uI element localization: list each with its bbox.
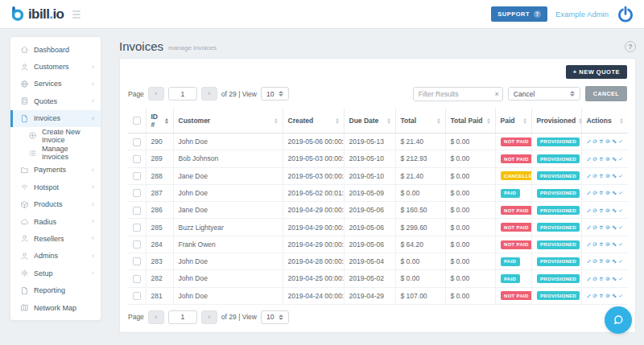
row-checkbox[interactable]	[133, 292, 141, 300]
sidebar-item-quotes[interactable]: Quotes‹	[10, 92, 101, 109]
delete-icon[interactable]	[599, 172, 604, 180]
void-icon[interactable]	[592, 224, 597, 232]
row-checkbox[interactable]	[133, 240, 141, 248]
page-size-select[interactable]: 10	[261, 87, 289, 101]
edit-icon[interactable]	[587, 224, 592, 232]
page-number-input[interactable]	[168, 310, 197, 324]
column-header-total[interactable]: Total	[395, 109, 445, 133]
sidebar-item-setup[interactable]: Setup‹	[10, 265, 101, 281]
void-icon[interactable]	[592, 240, 597, 248]
download-icon[interactable]	[605, 257, 610, 265]
sidebar-item-network-map[interactable]: Network Map	[10, 299, 101, 316]
edit-icon[interactable]	[587, 138, 592, 146]
approve-icon[interactable]	[618, 155, 623, 163]
download-icon[interactable]	[605, 275, 610, 283]
page-size-select[interactable]: 10	[261, 310, 289, 324]
delete-icon[interactable]	[599, 207, 604, 215]
new-quote-button[interactable]: + NEW QUOTE	[566, 65, 627, 79]
approve-icon[interactable]	[618, 138, 623, 146]
delete-icon[interactable]	[599, 155, 604, 163]
delete-icon[interactable]	[599, 189, 604, 197]
row-checkbox[interactable]	[133, 207, 141, 215]
download-icon[interactable]	[605, 189, 610, 197]
edit-icon[interactable]	[587, 240, 592, 248]
settings-icon[interactable]	[612, 292, 617, 300]
void-icon[interactable]	[592, 275, 597, 283]
row-checkbox[interactable]	[133, 172, 141, 180]
column-header-provisioned[interactable]: Provisioned	[531, 109, 581, 133]
next-page-button[interactable]: ›	[201, 310, 217, 324]
void-icon[interactable]	[592, 172, 597, 180]
sidebar-item-dashboard[interactable]: Dashboard	[10, 41, 101, 58]
column-header-created[interactable]: Created	[283, 109, 344, 133]
sidebar-item-payments[interactable]: Payments‹	[10, 162, 101, 179]
sidebar-item-invoices[interactable]: Invoices‹	[10, 110, 101, 127]
delete-icon[interactable]	[599, 224, 604, 232]
clear-filter-icon[interactable]: ×	[495, 90, 499, 97]
cancel-button[interactable]: CANCEL	[585, 86, 627, 101]
edit-icon[interactable]	[587, 292, 592, 300]
delete-icon[interactable]	[599, 275, 604, 283]
edit-icon[interactable]	[587, 275, 592, 283]
approve-icon[interactable]	[618, 240, 623, 248]
settings-icon[interactable]	[612, 257, 617, 265]
approve-icon[interactable]	[618, 189, 623, 197]
user-menu[interactable]: Example Admin	[555, 10, 609, 18]
void-icon[interactable]	[592, 155, 597, 163]
row-checkbox[interactable]	[133, 189, 141, 197]
column-header-id[interactable]: ID #	[146, 109, 173, 133]
delete-icon[interactable]	[599, 257, 604, 265]
settings-icon[interactable]	[612, 207, 617, 215]
sidebar-item-products[interactable]: Products‹	[10, 196, 101, 213]
edit-icon[interactable]	[587, 257, 592, 265]
void-icon[interactable]	[592, 292, 597, 300]
filter-type-select[interactable]: Cancel	[508, 87, 580, 101]
sidebar-item-reporting[interactable]: Reporting	[10, 281, 101, 298]
edit-icon[interactable]	[587, 172, 592, 180]
column-header-actions[interactable]: Actions	[581, 109, 628, 133]
row-checkbox[interactable]	[133, 275, 141, 283]
settings-icon[interactable]	[612, 138, 617, 146]
column-header-customer[interactable]: Customer	[173, 109, 283, 133]
prev-page-button[interactable]: ‹	[148, 310, 164, 324]
support-button[interactable]: SUPPORT ?	[491, 6, 547, 22]
approve-icon[interactable]	[618, 172, 623, 180]
edit-icon[interactable]	[587, 189, 592, 197]
download-icon[interactable]	[605, 240, 610, 248]
sidebar-item-admins[interactable]: Admins‹	[10, 248, 101, 265]
sidebar-item-create-new-invoice[interactable]: Create New Invoice	[10, 127, 101, 144]
help-icon[interactable]: ?	[625, 41, 636, 52]
row-checkbox[interactable]	[133, 257, 141, 265]
settings-icon[interactable]	[612, 189, 617, 197]
sidebar-item-radius[interactable]: Radius‹	[10, 213, 101, 230]
sidebar-item-hotspot[interactable]: Hotspot‹	[10, 179, 101, 195]
select-all-checkbox[interactable]	[133, 117, 141, 125]
void-icon[interactable]	[592, 207, 597, 215]
logout-power-icon[interactable]	[617, 6, 634, 23]
delete-icon[interactable]	[599, 240, 604, 248]
download-icon[interactable]	[605, 292, 610, 300]
void-icon[interactable]	[592, 257, 597, 265]
next-page-button[interactable]: ›	[201, 87, 217, 101]
sidebar-item-services[interactable]: Services‹	[10, 76, 101, 92]
edit-icon[interactable]	[587, 155, 592, 163]
delete-icon[interactable]	[599, 292, 604, 300]
settings-icon[interactable]	[612, 275, 617, 283]
column-header-total-paid[interactable]: Total Paid	[445, 109, 495, 133]
settings-icon[interactable]	[612, 172, 617, 180]
sidebar-item-resellers[interactable]: Resellers‹	[10, 230, 101, 247]
filter-input[interactable]	[413, 87, 503, 101]
edit-icon[interactable]	[587, 207, 592, 215]
void-icon[interactable]	[592, 189, 597, 197]
delete-icon[interactable]	[599, 138, 604, 146]
chat-button[interactable]	[605, 306, 632, 334]
column-header-due-date[interactable]: Due Date	[344, 109, 395, 133]
page-number-input[interactable]	[168, 87, 197, 101]
settings-icon[interactable]	[612, 240, 617, 248]
menu-toggle-icon[interactable]	[70, 8, 83, 21]
sidebar-item-customers[interactable]: Customers‹	[10, 58, 101, 75]
download-icon[interactable]	[605, 172, 610, 180]
approve-icon[interactable]	[618, 224, 623, 232]
row-checkbox[interactable]	[133, 224, 141, 232]
row-checkbox[interactable]	[133, 155, 141, 163]
